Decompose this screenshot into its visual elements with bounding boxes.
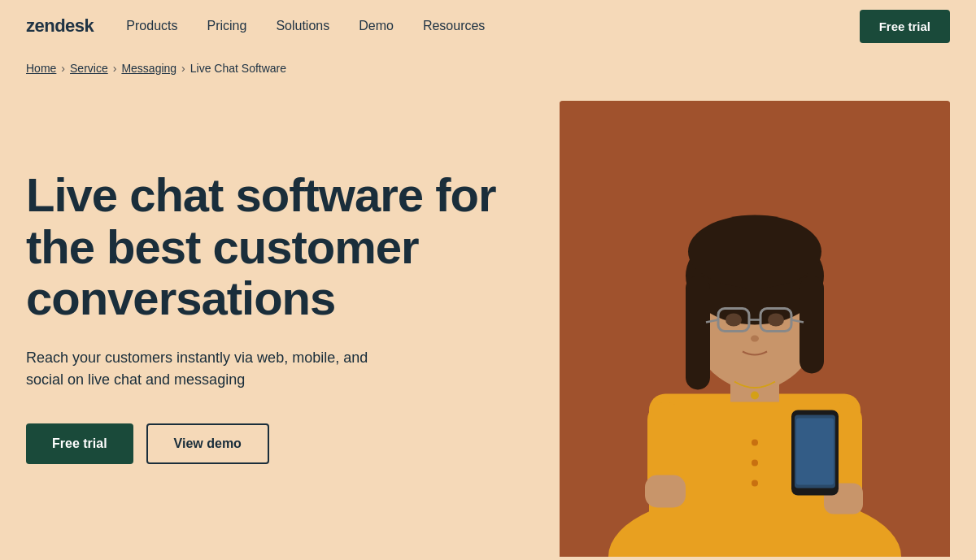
breadcrumb-separator-3: › [181,62,185,75]
view-demo-button[interactable]: View demo [146,423,269,464]
breadcrumb-home[interactable]: Home [26,62,56,75]
breadcrumb-messaging[interactable]: Messaging [121,62,176,75]
svg-rect-7 [800,276,824,374]
svg-point-14 [725,314,742,327]
svg-point-27 [752,480,758,487]
hero-illustration [560,101,950,557]
logo[interactable]: zendesk [26,15,94,37]
image-section [560,101,950,557]
breadcrumb-service[interactable]: Service [70,62,108,75]
svg-rect-18 [645,475,686,508]
main-nav: Products Pricing Solutions Demo Resource… [126,19,485,33]
nav-demo[interactable]: Demo [359,19,394,33]
svg-rect-6 [686,276,710,390]
hero-title: Live chat software for the best customer… [26,169,511,324]
nav-solutions[interactable]: Solutions [276,19,329,33]
svg-point-26 [752,460,758,467]
breadcrumb: Home › Service › Messaging › Live Chat S… [0,52,976,85]
svg-point-16 [751,336,759,342]
site-header: zendesk Products Pricing Solutions Demo … [0,0,976,52]
breadcrumb-separator-1: › [61,62,65,75]
svg-rect-23 [796,419,834,485]
breadcrumb-separator-2: › [113,62,117,75]
nav-pricing[interactable]: Pricing [207,19,246,33]
nav-products[interactable]: Products [126,19,177,33]
svg-point-8 [688,215,821,289]
header-free-trial-button[interactable]: Free trial [860,10,950,43]
hero-image [560,101,950,557]
svg-point-24 [751,392,759,400]
cta-buttons: Free trial View demo [26,423,511,464]
main-free-trial-button[interactable]: Free trial [26,423,133,464]
hero-subtitle: Reach your customers instantly via web, … [26,347,400,391]
svg-point-15 [768,314,784,327]
text-section: Live chat software for the best customer… [26,101,527,557]
header-left: zendesk Products Pricing Solutions Demo … [26,15,485,37]
main-content: Live chat software for the best customer… [0,85,976,557]
svg-point-25 [752,440,758,446]
breadcrumb-current: Live Chat Software [190,62,286,75]
nav-resources[interactable]: Resources [423,19,485,33]
